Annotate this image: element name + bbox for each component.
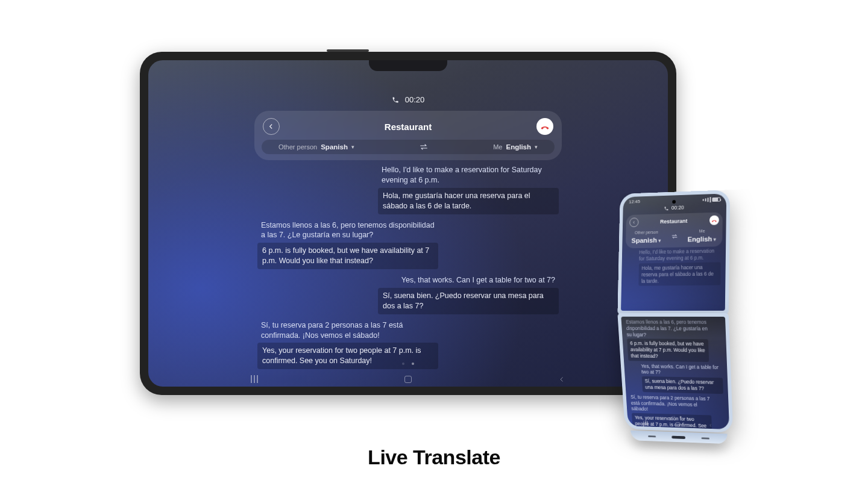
translate-card: Restaurant Other person Spanish ▾ Me Eng…	[254, 111, 562, 160]
call-title: Restaurant	[660, 218, 687, 226]
page-indicator	[402, 363, 414, 365]
message-translated: Sí, suena bien. ¿Puedo reservar una mesa…	[378, 288, 559, 314]
svg-rect-0	[268, 123, 274, 129]
message-original: Sí, tu reserva para 2 personas a las 7 e…	[631, 394, 711, 414]
translate-card: Restaurant Other person Spanish ▾	[626, 213, 723, 249]
tablet-device: 00:20 Restaurant Other person Spanish ▾	[140, 52, 676, 395]
message-original: Yes, that works. Can I get a table for t…	[398, 275, 559, 285]
nav-home-icon[interactable]	[675, 422, 680, 427]
phone-status-bar: 12:45	[623, 193, 726, 205]
call-duration: 00:20	[405, 95, 425, 104]
message-them: Sí, tu reserva para 2 personas a las 7 e…	[631, 394, 712, 429]
phone-icon	[664, 206, 668, 211]
other-language-select[interactable]: Other person Spanish ▾	[631, 229, 661, 245]
me-label: Me	[699, 228, 705, 234]
message-them: Sí, tu reserva para 2 personas a las 7 e…	[257, 320, 438, 370]
android-nav-bar	[627, 420, 729, 428]
message-them: Estamos llenos a las 6, pero tenemos dis…	[257, 220, 438, 270]
message-them: Estamos llenos a las 6, pero tenemos dis…	[626, 319, 709, 362]
conversation: Estamos llenos a las 6, pero tenemos dis…	[621, 317, 729, 429]
phone-clock: 12:45	[629, 199, 640, 205]
tablet-power-button	[327, 49, 369, 52]
usb-c-port	[671, 435, 685, 438]
message-me: Yes, that works. Can I get a table for t…	[378, 275, 559, 314]
chevron-down-icon: ▾	[713, 236, 716, 242]
message-translated: 6 p.m. is fully booked, but we have avai…	[627, 339, 709, 362]
android-nav-bar	[148, 375, 668, 383]
swap-languages-icon[interactable]	[671, 234, 678, 239]
feature-caption: Live Translate	[0, 446, 868, 469]
back-button[interactable]	[263, 118, 280, 135]
message-original: Sí, tu reserva para 2 personas a las 7 e…	[257, 320, 438, 341]
page-indicator	[673, 416, 681, 418]
message-translated: Hola, me gustaría hacer una reserva para…	[378, 188, 559, 214]
other-language-select[interactable]: Other person Spanish ▾	[278, 143, 354, 151]
phone-camera	[672, 200, 676, 204]
other-person-label: Other person	[635, 229, 658, 235]
message-original: Hello, I'd like to make a reservation fo…	[378, 165, 559, 185]
message-original: Estamos llenos a las 6, pero tenemos dis…	[626, 319, 708, 338]
phone-signal-icon	[703, 196, 721, 203]
tablet-screen: 00:20 Restaurant Other person Spanish ▾	[148, 60, 668, 387]
message-translated: Yes, your reservation for two people at …	[632, 413, 712, 429]
call-status: 00:20	[623, 204, 726, 213]
message-me: Hello, I'd like to make a reservation fo…	[378, 165, 559, 214]
me-language-select[interactable]: Me English ▾	[688, 228, 717, 244]
language-bar: Other person Spanish ▾ Me English ▾	[262, 140, 555, 154]
other-person-label: Other person	[278, 143, 317, 151]
call-duration: 00:20	[671, 205, 684, 211]
me-label: Me	[493, 143, 502, 151]
message-original: Hello, I'd like to make a reservation fo…	[639, 248, 721, 263]
message-original: Estamos llenos a las 6, pero tenemos dis…	[257, 220, 438, 241]
nav-back-icon[interactable]	[558, 376, 565, 383]
phone-icon	[392, 96, 399, 104]
chevron-down-icon: ▾	[658, 237, 661, 243]
message-translated: 6 p.m. is fully booked, but we have avai…	[257, 243, 438, 269]
message-original: Yes, that works. Can I get a table for t…	[641, 363, 723, 377]
chevron-down-icon: ▾	[351, 144, 354, 150]
me-language-select[interactable]: Me English ▾	[493, 143, 538, 151]
chevron-down-icon: ▾	[535, 144, 538, 150]
hangup-button[interactable]	[536, 118, 553, 135]
nav-back-icon[interactable]	[708, 423, 713, 428]
conversation-partial: Hello, I'd like to make a reservation fo…	[621, 247, 726, 287]
me-language: English	[506, 143, 531, 151]
tablet-notch	[369, 60, 447, 71]
message-me: Yes, that works. Can I get a table for t…	[641, 363, 723, 394]
back-button[interactable]	[629, 218, 638, 228]
phone-device: 12:45 00:20	[615, 190, 729, 437]
message-translated: Hola, me gustaría hacer una reserva para…	[638, 262, 721, 286]
swap-languages-icon[interactable]	[419, 143, 429, 151]
nav-home-icon[interactable]	[404, 376, 412, 383]
hangup-button[interactable]	[709, 216, 719, 225]
message-me: Hello, I'd like to make a reservation fo…	[638, 248, 721, 286]
me-language: English	[688, 235, 712, 243]
message-translated: Sí, suena bien. ¿Puedo reservar una mesa…	[642, 376, 723, 394]
other-language: Spanish	[321, 143, 348, 151]
nav-recents-icon[interactable]	[643, 421, 647, 426]
message-translated: Yes, your reservation for two people at …	[257, 343, 438, 369]
call-status: 00:20	[148, 95, 668, 104]
phone-bottom-edge	[631, 431, 728, 444]
speaker-grille	[648, 435, 656, 437]
conversation: Hello, I'd like to make a reservation fo…	[257, 165, 559, 369]
speaker-grille	[701, 437, 709, 439]
battery-icon	[712, 197, 720, 201]
nav-recents-icon[interactable]	[251, 375, 258, 383]
other-language: Spanish	[631, 236, 657, 244]
call-title: Restaurant	[385, 122, 432, 132]
